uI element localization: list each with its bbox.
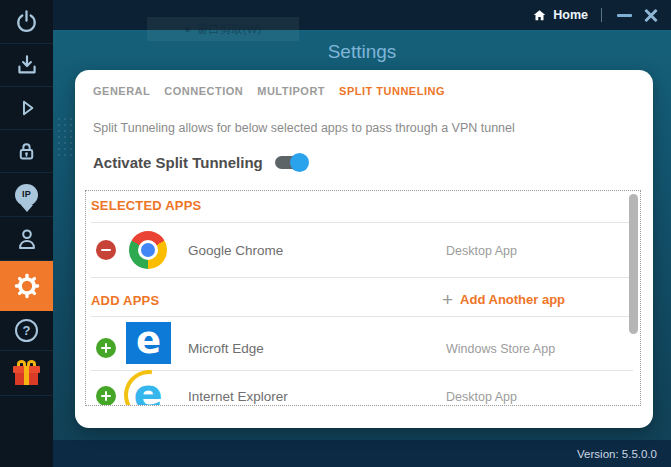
app-row-internet-explorer: e Internet Explorer Desktop App — [86, 370, 641, 406]
ip-pin-icon: IP — [15, 184, 38, 206]
panel-scrollbar[interactable] — [629, 194, 638, 334]
settings-card: GENERAL CONNECTION MULTIPORT SPLIT TUNNE… — [75, 70, 653, 428]
help-icon: ? — [15, 319, 38, 342]
apps-panel: SELECTED APPS Google Chrome Desktop App … — [85, 190, 641, 406]
ip-pin-label: IP — [22, 189, 31, 199]
sidebar-item-account[interactable] — [0, 217, 53, 261]
plus-glyph: + — [442, 290, 453, 309]
app-name: Google Chrome — [188, 243, 283, 258]
add-app-button[interactable] — [96, 386, 116, 406]
tab-split-tunneling[interactable]: SPLIT TUNNELING — [339, 85, 445, 97]
tab-general[interactable]: GENERAL — [93, 85, 150, 97]
activate-label: Activate Split Tunneling — [93, 154, 263, 171]
gear-icon — [13, 272, 41, 300]
selected-apps-header: SELECTED APPS — [91, 198, 201, 213]
gift-icon — [13, 360, 40, 386]
sidebar-item-download[interactable] — [0, 44, 53, 87]
app-type: Desktop App — [446, 244, 517, 258]
add-another-app-label: Add Another app — [460, 292, 565, 307]
app-row-google-chrome: Google Chrome Desktop App — [86, 223, 641, 277]
home-icon — [532, 8, 547, 23]
add-apps-header: ADD APPS — [91, 293, 159, 308]
play-icon — [14, 95, 40, 121]
sidebar: IP — [0, 0, 53, 467]
home-button[interactable]: Home — [532, 8, 588, 23]
page-title: Settings — [53, 41, 671, 63]
close-button[interactable] — [643, 7, 659, 23]
titlebar: Home — [53, 0, 671, 30]
app-name: Internet Explorer — [188, 389, 288, 404]
home-label: Home — [553, 8, 588, 22]
app-type: Desktop App — [446, 390, 517, 404]
app-name: Microft Edge — [188, 341, 264, 356]
sidebar-item-connect[interactable] — [0, 87, 53, 130]
activate-row: Activate Split Tunneling — [93, 154, 305, 171]
power-icon — [13, 8, 40, 35]
version-label: Version: 5.5.0.0 — [577, 448, 657, 460]
minimize-button[interactable] — [615, 6, 633, 24]
split-tunneling-toggle[interactable] — [275, 156, 305, 169]
add-app-button[interactable] — [96, 338, 116, 358]
internet-explorer-icon: e — [126, 374, 170, 406]
app-row-microsoft-edge: e Microft Edge Windows Store App — [86, 316, 641, 370]
titlebar-divider — [601, 8, 602, 22]
sidebar-item-ip-location[interactable]: IP — [0, 173, 53, 217]
add-another-app-button[interactable]: + Add Another app — [442, 290, 565, 309]
app-type: Windows Store App — [446, 342, 555, 356]
statusbar: Version: 5.5.0.0 — [53, 440, 671, 467]
sidebar-item-security[interactable] — [0, 130, 53, 173]
plus-icon — [101, 343, 111, 353]
minimize-icon — [617, 14, 632, 17]
edge-icon: e — [126, 322, 171, 364]
split-tunneling-description: Split Tunneling allows for below selecte… — [93, 121, 515, 135]
plus-icon — [101, 391, 111, 401]
download-icon — [14, 52, 40, 78]
divider — [91, 277, 633, 278]
sidebar-item-settings[interactable] — [0, 261, 53, 311]
help-glyph: ? — [23, 323, 31, 338]
sidebar-item-rewards[interactable] — [0, 351, 53, 396]
vpn-app-window: IP — [0, 0, 671, 467]
minus-icon — [101, 249, 111, 252]
person-icon — [14, 226, 40, 252]
lock-icon — [14, 139, 39, 164]
settings-tabs: GENERAL CONNECTION MULTIPORT SPLIT TUNNE… — [93, 85, 445, 97]
decorative-dots — [56, 116, 74, 156]
sidebar-item-power[interactable] — [0, 0, 53, 44]
remove-app-button[interactable] — [96, 240, 116, 260]
tab-multiport[interactable]: MULTIPORT — [257, 85, 325, 97]
sidebar-item-help[interactable]: ? — [0, 311, 53, 351]
chrome-icon — [129, 231, 167, 269]
tab-connection[interactable]: CONNECTION — [164, 85, 243, 97]
toggle-knob — [290, 153, 309, 172]
